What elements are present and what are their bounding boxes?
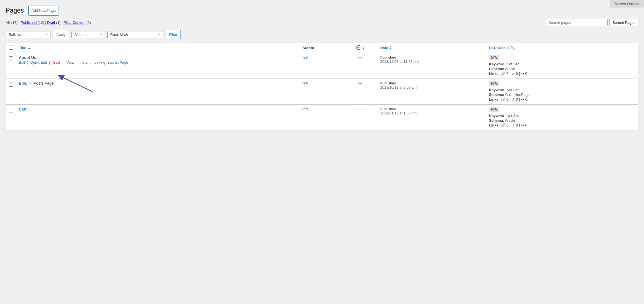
seo-badge-about-us: N/A (489, 55, 635, 62)
date-sort-icon: ▲ ▼ (390, 46, 392, 50)
select-all-checkbox[interactable] (9, 45, 13, 50)
edit-link-about-us[interactable]: Edit (19, 60, 25, 65)
filter-button[interactable]: Filter (166, 30, 181, 39)
th-comments: 💬 ▲ ▼ (343, 43, 377, 53)
filter-published-count: (12) (37, 20, 44, 25)
row-comments-cell-blog: — (343, 79, 377, 105)
row-title-cell-blog: Blog — Posts Page Edit | Quick Edit | (16, 79, 300, 105)
author-link-blog[interactable]: test (302, 81, 308, 85)
page-title-link-about-us[interactable]: About Us (19, 55, 297, 60)
nofollow-icon: ↪ (521, 123, 524, 127)
filter-pillar-count: (0) (85, 20, 91, 25)
apply-button[interactable]: Apply (53, 30, 69, 39)
th-title-text: Title (19, 46, 26, 50)
link-chain-icon: 🔗 (501, 97, 505, 102)
row-date-cell-blog: Published 2023/10/12 at 3:53 am (377, 79, 486, 105)
instant-index-link-about-us[interactable]: Instant Indexing: Submit Page (80, 60, 128, 65)
quick-edit-link-about-us[interactable]: Quick Edit (30, 60, 47, 65)
ext-link-icon: ↗ (512, 72, 515, 76)
row-checkbox-cell (6, 53, 16, 79)
th-title: Title ▲ (16, 43, 300, 53)
action-quick-edit-about-us: Quick Edit (30, 60, 48, 65)
row-checkbox-cell (6, 105, 16, 130)
sep-1: | (18, 20, 21, 25)
filter-pillar-link[interactable]: Pillar Content (64, 20, 85, 25)
page-header: Pages Add New Page (6, 6, 638, 16)
row-seo-cell-cart: N/A Keyword: Not Set Schema: Article Lin… (486, 105, 638, 130)
th-seo: SEO Details ✏️ (486, 43, 638, 53)
title-sort-icon: ▲ (28, 46, 31, 49)
nofollow-icon: ↪ (521, 97, 524, 102)
seo-info-cart: Keyword: Not Set Schema: Article Links: … (489, 114, 635, 127)
row-seo-cell-blog: N/A Keyword: Not Set Schema: CollectionP… (486, 79, 638, 105)
all-dates-select[interactable]: All dates (71, 31, 105, 38)
filter-links-row: All (13) | Published (12) | Draft (1) | … (6, 19, 638, 26)
row-author-cell-cart: test (300, 105, 343, 130)
sep-3: | (61, 20, 64, 25)
row-checkbox-about-us[interactable] (9, 56, 13, 61)
header-left: Pages Add New Page (6, 6, 59, 16)
seo-edit-pencil-icon[interactable]: ✏️ (511, 46, 515, 50)
comments-sort-container: 💬 ▲ ▼ (346, 45, 375, 50)
th-date-text: Date (380, 46, 388, 50)
row-checkbox-blog[interactable] (9, 82, 13, 87)
table-row: Blog — Posts Page Edit | Quick Edit | (6, 79, 638, 105)
filter-all-label: All (6, 20, 10, 25)
nofollow-icon: ↪ (521, 72, 524, 76)
author-link-about-us[interactable]: test (302, 55, 308, 59)
date-sort-link[interactable]: Date ▲ ▼ (380, 46, 483, 50)
screen-options-button[interactable]: Screen Options (610, 0, 644, 8)
ext-link-icon: ↗ (512, 123, 515, 127)
row-actions-about-us: Edit | Quick Edit | Trash | (19, 60, 297, 65)
page-title: Pages (6, 6, 24, 15)
filter-published-link[interactable]: Published (21, 20, 37, 25)
trash-link-about-us[interactable]: Trash (52, 60, 61, 65)
table-row: Cart Edit | Quick Edit | Trash (6, 105, 638, 130)
comments-sort-arrows: ▲ ▼ (362, 46, 364, 50)
author-link-cart[interactable]: test (302, 107, 308, 111)
link-chain-icon: 🔗 (501, 72, 505, 76)
filter-draft-link[interactable]: Draft (47, 20, 55, 25)
sep-2: | (44, 20, 47, 25)
th-seo-text: SEO Details (489, 46, 510, 50)
link-chain-icon: 🔗 (501, 123, 505, 127)
row-comments-cell-cart: — (343, 105, 377, 130)
row-checkbox-cart[interactable] (9, 108, 13, 112)
page-title-link-cart[interactable]: Cart (19, 107, 297, 111)
ext-link-icon: ↗ (512, 97, 515, 102)
seo-badge-blog: N/A (489, 81, 635, 88)
table-row: About Us Edit | Quick Edit | Tra (6, 53, 638, 79)
tablenav-top: Bulk actions Move to Trash Apply All dat… (6, 28, 638, 41)
seo-badge-cart: N/A (489, 107, 635, 114)
th-author: Author (300, 43, 343, 53)
action-instant-index-about-us: Instant Indexing: Submit Page (80, 60, 128, 65)
pages-table-container: Title ▲ Author 💬 ▲ ▼ (6, 43, 638, 130)
page-title-link-blog[interactable]: Blog — Posts Page (19, 81, 297, 86)
row-comments-cell-about-us: — (343, 53, 377, 79)
bulk-actions-select[interactable]: Bulk actions Move to Trash (6, 31, 50, 38)
row-title-cell-cart: Cart Edit | Quick Edit | Trash (16, 105, 300, 130)
row-author-cell-blog: test (300, 79, 343, 105)
row-title-cell-about-us: About Us Edit | Quick Edit | Tra (16, 53, 300, 79)
action-trash-about-us: Trash (52, 60, 62, 65)
comment-icon: 💬 (356, 45, 362, 50)
filter-links: All (13) | Published (12) | Draft (1) | … (6, 20, 91, 25)
filter-all-count: (13) (10, 20, 18, 25)
seo-info-blog: Keyword: Not Set Schema: CollectionPage … (489, 88, 635, 102)
row-checkbox-cell (6, 79, 16, 105)
pages-table: Title ▲ Author 💬 ▲ ▼ (6, 43, 638, 130)
row-seo-cell-about-us: N/A Keyword: Not Set Schema: Article Lin… (486, 53, 638, 79)
th-author-text: Author (302, 46, 314, 50)
title-sort-link[interactable]: Title ▲ (19, 46, 297, 50)
filter-draft-count: (1) (55, 20, 61, 25)
th-date: Date ▲ ▼ (377, 43, 486, 53)
search-pages-button[interactable]: Search Pages (609, 19, 638, 26)
row-date-cell-cart: Published 2024/01/12 at 1:56 pm (377, 105, 486, 130)
search-pages-input[interactable] (546, 19, 608, 26)
action-edit-about-us: Edit (19, 60, 26, 65)
view-link-about-us[interactable]: View (66, 60, 74, 65)
row-date-cell-about-us: Published 2023/12/07 at 11:36 am (377, 53, 486, 79)
add-new-page-button[interactable]: Add New Page (28, 6, 59, 16)
row-author-cell-about-us: test (300, 53, 343, 79)
rank-math-select[interactable]: Rank Math (107, 31, 163, 38)
